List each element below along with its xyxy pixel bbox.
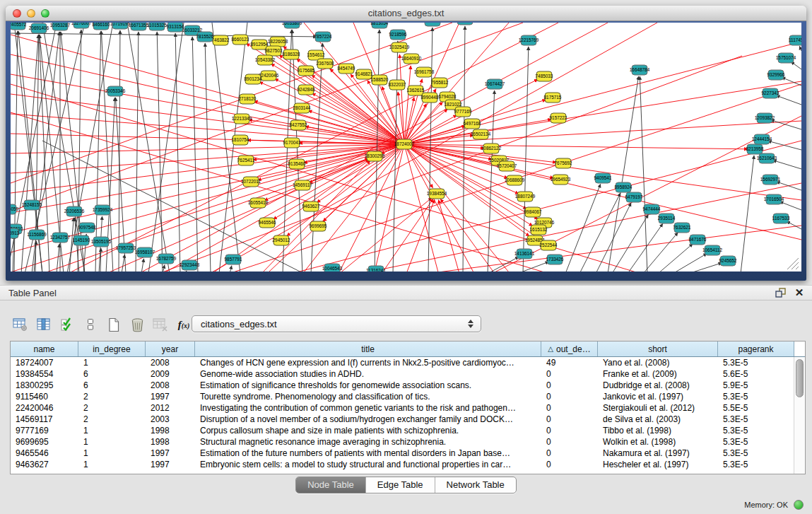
toggle-rows-button[interactable]	[80, 315, 101, 334]
graph-node[interactable]: 8990448	[421, 93, 439, 103]
graph-node[interactable]: 15692971	[760, 175, 781, 185]
graph-node[interactable]: 13505195	[91, 237, 112, 247]
select-columns-button[interactable]	[33, 315, 54, 334]
graph-node[interactable]: 9857791	[225, 255, 242, 264]
graph-node[interactable]: 15720407	[497, 161, 517, 171]
graph-node[interactable]: 9157222	[550, 113, 567, 123]
graph-node[interactable]: 10325419	[389, 42, 410, 52]
graph-node[interactable]: 16782759	[156, 254, 177, 264]
graph-node[interactable]: 6497168	[464, 119, 481, 129]
graph-node[interactable]: 8454749	[338, 64, 355, 74]
graph-node[interactable]: 8901234	[245, 74, 262, 84]
graph-node[interactable]: 10688609	[505, 175, 525, 185]
graph-node[interactable]: 3915913	[11, 228, 20, 238]
column-header-title[interactable]: title	[195, 341, 541, 356]
graph-node[interactable]: 16210643	[757, 153, 777, 163]
table-row[interactable]: 977716911998Corpus callosum shape and si…	[11, 425, 805, 436]
graph-node[interactable]: 19384554	[427, 189, 447, 199]
graph-node[interactable]: 9245652	[719, 256, 737, 266]
graph-node[interactable]: 19654923	[551, 175, 571, 185]
graph-node[interactable]: 20206536	[64, 206, 85, 216]
graph-node[interactable]: 10722011	[241, 177, 261, 187]
graph-node[interactable]: 10674427	[485, 79, 505, 89]
graph-node[interactable]: 9097548	[78, 223, 96, 233]
graph-node[interactable]: 1117453	[789, 35, 801, 45]
graph-node[interactable]: 25206059	[11, 204, 19, 214]
graph-node[interactable]: 9135460	[288, 159, 306, 169]
graph-node[interactable]: 1615132	[530, 225, 548, 235]
graph-node[interactable]: 16958107	[135, 247, 155, 257]
column-header-pagerank[interactable]: pagerank	[718, 341, 794, 356]
table-row[interactable]: 946554611997Estimation of the future num…	[11, 448, 805, 459]
graph-node[interactable]: 9474444	[643, 204, 661, 214]
graph-node[interactable]: 2522544	[540, 240, 558, 250]
tab-network-table[interactable]: Network Table	[435, 477, 516, 493]
graph-node[interactable]: 20053346	[105, 86, 126, 96]
graph-node[interactable]: 2945012	[273, 235, 290, 245]
table-row[interactable]: 911546021997Tourette syndrome. Phenomeno…	[11, 391, 805, 402]
graph-node[interactable]: 10654112	[702, 245, 722, 255]
column-header-in_degree[interactable]: in_degree	[78, 341, 146, 356]
graph-node[interactable]: 10953287	[50, 23, 71, 30]
graph-node[interactable]: 8813054	[371, 23, 389, 28]
graph-node[interactable]: 8660123	[232, 35, 249, 45]
graph-node[interactable]: 9827503	[265, 46, 283, 56]
graph-node[interactable]: 11254190	[423, 23, 442, 26]
graph-node[interactable]: 2367608	[317, 59, 334, 69]
graph-node[interactable]: 18807249	[515, 192, 536, 201]
graph-node[interactable]: 1588520	[371, 75, 389, 85]
graph-node[interactable]: 17957253	[116, 243, 136, 253]
graph-node[interactable]: 1733426	[546, 255, 564, 264]
graph-node[interactable]: 7955812	[431, 78, 449, 88]
graph-node[interactable]: 9463627	[302, 201, 320, 211]
graph-node[interactable]: 7632621	[673, 223, 691, 233]
graph-node[interactable]: 12093822	[755, 113, 775, 123]
graph-node[interactable]: 8958924	[615, 182, 632, 192]
graph-node[interactable]: 12444154	[752, 134, 772, 144]
graph-node[interactable]: 2405572	[11, 23, 27, 30]
delete-table-button[interactable]	[150, 315, 171, 334]
graph-node[interactable]: 18226058	[268, 37, 288, 47]
graph-node[interactable]: 16055419	[248, 198, 269, 208]
graph-node[interactable]: 16961758	[414, 67, 435, 77]
graph-node[interactable]: 11316241	[366, 266, 386, 271]
graph-node[interactable]: 17016504	[764, 194, 784, 204]
graph-node[interactable]: 14569117	[293, 180, 312, 190]
table-row[interactable]: 2242004622012Investigating the contribut…	[11, 402, 805, 414]
vertical-scrollbar[interactable]	[794, 357, 805, 474]
graph-node[interactable]: 2935114	[658, 214, 676, 223]
graph-node[interactable]: 9218596	[389, 30, 407, 40]
graph-node[interactable]: 12213349	[232, 114, 252, 124]
graph-node[interactable]: 12923448	[180, 260, 200, 270]
resize-grip[interactable]	[787, 258, 799, 269]
graph-node[interactable]: 6479197	[625, 192, 643, 202]
graph-node[interactable]: 7463822	[212, 35, 230, 45]
graph-node[interactable]: 9409541	[594, 173, 612, 183]
graph-node[interactable]: 7625411	[237, 156, 255, 165]
float-panel-icon[interactable]	[774, 287, 787, 298]
graph-node[interactable]: 9175685	[298, 66, 315, 76]
graph-node[interactable]: 18640910	[401, 54, 422, 64]
graph-node[interactable]: 11156869	[27, 230, 47, 240]
tab-edge-table[interactable]: Edge Table	[365, 477, 435, 493]
graph-node[interactable]: 8213958	[746, 144, 764, 154]
graph-node[interactable]: 18300295	[365, 151, 385, 161]
graph-node[interactable]: 8322037	[389, 80, 406, 90]
graph-node[interactable]: 8175715	[544, 93, 562, 103]
column-header-short[interactable]: short	[598, 341, 718, 356]
tab-node-table[interactable]: Node Table	[296, 477, 365, 493]
graph-node[interactable]: 7857224	[314, 32, 332, 42]
graph-node[interactable]: 15248155	[22, 200, 42, 210]
graph-node[interactable]: 16671355	[129, 23, 149, 30]
graph-node[interactable]: 1167533	[772, 214, 790, 223]
scrollbar-thumb[interactable]	[796, 359, 804, 397]
graph-node[interactable]: 18724007	[394, 139, 415, 149]
graph-node[interactable]: 7485033	[536, 71, 553, 81]
graph-node[interactable]: 9465546	[259, 218, 276, 228]
graph-node[interactable]: 9329966	[767, 70, 785, 80]
graph-node[interactable]: 12342757	[50, 233, 71, 243]
graph-node[interactable]: 2803144	[293, 103, 311, 113]
graph-node[interactable]: 20691406	[29, 23, 49, 33]
table-row[interactable]: 1938455462009Genome-wide association stu…	[11, 368, 805, 380]
table-row[interactable]: 946362711997Embryonic stem cells: a mode…	[11, 459, 805, 470]
